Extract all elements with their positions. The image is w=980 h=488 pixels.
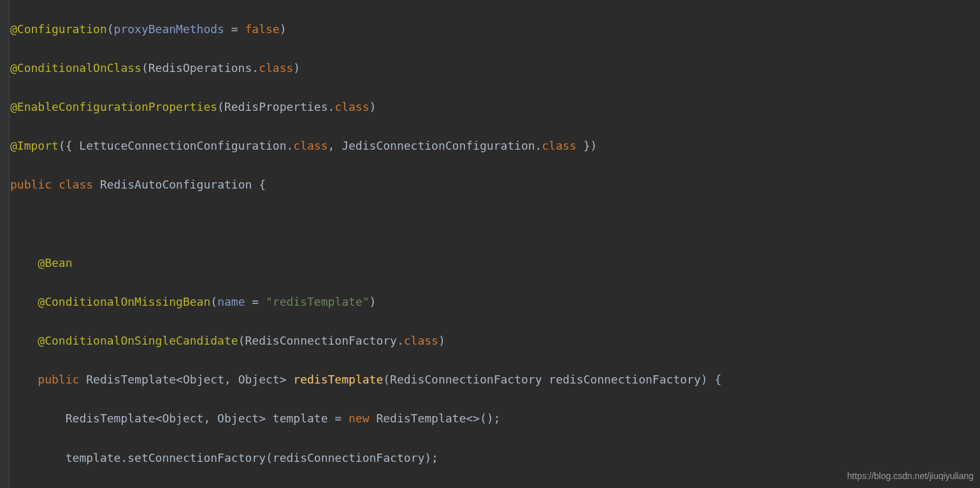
code-line: @Bean <box>10 254 721 273</box>
code-line: @ConditionalOnMissingBean(name = "redisT… <box>10 292 721 312</box>
code-line: public class RedisAutoConfiguration { <box>10 175 721 195</box>
code-line: template.setConnectionFactory(redisConne… <box>10 449 721 468</box>
code-line: public RedisTemplate<Object, Object> red… <box>10 370 721 390</box>
code-editor[interactable]: @Configuration(proxyBeanMethods = false)… <box>10 0 721 488</box>
gutter <box>0 0 10 488</box>
code-line: @EnableConfigurationProperties(RedisProp… <box>10 97 721 117</box>
code-line: RedisTemplate<Object, Object> template =… <box>10 409 721 429</box>
code-line <box>10 215 721 234</box>
watermark-text: https://blog.csdn.net/jiuqiyuliang <box>847 469 974 484</box>
code-line: @ConditionalOnClass(RedisOperations.clas… <box>10 59 721 78</box>
code-line: @Configuration(proxyBeanMethods = false) <box>10 20 721 39</box>
code-line: @Import({ LettuceConnectionConfiguration… <box>10 136 721 156</box>
code-line: @ConditionalOnSingleCandidate(RedisConne… <box>10 331 721 351</box>
